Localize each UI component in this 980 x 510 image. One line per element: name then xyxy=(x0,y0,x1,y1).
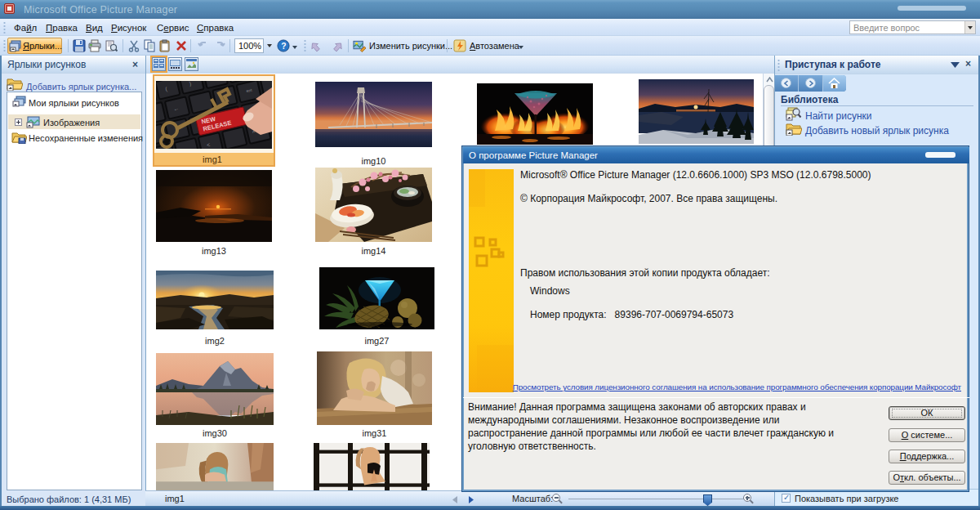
svg-text:?: ? xyxy=(281,42,286,51)
